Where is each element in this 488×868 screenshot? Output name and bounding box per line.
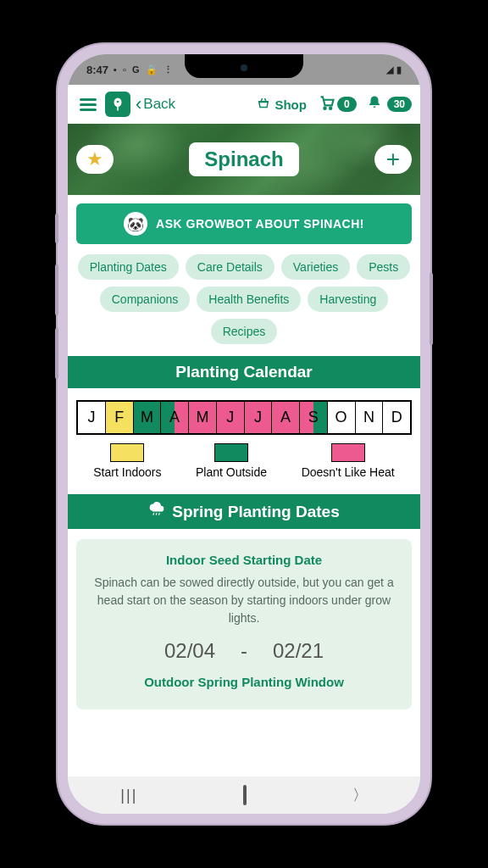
app-logo[interactable] [105, 92, 130, 117]
legend-swatch-pink [331, 443, 365, 462]
svg-point-3 [324, 107, 326, 109]
svg-point-1 [117, 101, 119, 103]
growbot-icon: 🐼 [124, 212, 147, 236]
app-header: ‹ Back Shop 0 30 [68, 85, 420, 124]
star-icon: ★ [86, 148, 103, 170]
month-sep: S [300, 402, 328, 433]
spring-info-card: Indoor Seed Starting Date Spinach can be… [76, 539, 412, 709]
plant-title: Spinach [189, 142, 298, 176]
menu-icon[interactable] [76, 95, 100, 114]
month-may: M [189, 402, 217, 433]
back-button[interactable]: ‹ Back [136, 93, 175, 115]
status-system-icons: ◢▮ [386, 64, 402, 75]
date-separator: - [241, 639, 247, 663]
legend-swatch-yellow [110, 443, 144, 462]
status-app-icons: ▪ ▫ G 🔒 ⋮ [114, 64, 175, 75]
svg-point-4 [330, 107, 332, 109]
system-nav-bar: ||| 〈 [68, 776, 420, 814]
chip-recipes[interactable]: Recipes [211, 319, 278, 344]
cart-count-badge: 0 [337, 97, 357, 112]
chip-varieties[interactable]: Varieties [281, 254, 350, 280]
planting-calendar-header: Planting Calendar [68, 356, 420, 388]
ask-growbot-button[interactable]: 🐼 ASK GROWBOT ABOUT SPINACH! [76, 203, 412, 244]
rain-icon [148, 501, 165, 522]
back-label: Back [143, 96, 175, 113]
bell-icon[interactable] [367, 95, 382, 114]
date-end: 02/21 [273, 639, 324, 663]
hero-banner: ★ Spinach + [68, 124, 420, 195]
content-scroll[interactable]: 🐼 ASK GROWBOT ABOUT SPINACH! Planting Da… [68, 195, 420, 776]
chevron-left-icon: ‹ [136, 93, 141, 115]
favorite-button[interactable]: ★ [76, 145, 114, 174]
chip-care-details[interactable]: Care Details [186, 254, 274, 280]
month-feb: F [106, 402, 134, 433]
month-dec: D [383, 402, 410, 433]
date-start: 02/04 [164, 639, 215, 663]
calendar-legend: Start Indoors Plant Outside Doesn't Like… [76, 443, 412, 479]
plus-icon: + [386, 146, 400, 173]
chip-harvesting[interactable]: Harvesting [308, 287, 388, 312]
legend-swatch-green [214, 443, 248, 462]
cart-icon [319, 94, 336, 114]
notif-count-badge: 30 [387, 97, 412, 112]
chip-health-benefits[interactable]: Health Benefits [197, 287, 301, 312]
chip-pests[interactable]: Pests [357, 254, 410, 280]
month-aug: A [272, 402, 300, 433]
indoor-date-range: 02/04 - 02/21 [88, 639, 400, 663]
topic-chips: Planting Dates Care Details Varieties Pe… [76, 254, 412, 344]
chip-planting-dates[interactable]: Planting Dates [78, 254, 179, 280]
device-notch [185, 54, 303, 78]
month-oct: O [328, 402, 356, 433]
nav-back-button[interactable]: 〈 [352, 785, 368, 805]
outdoor-window-title: Outdoor Spring Planting Window [88, 675, 400, 689]
shop-button[interactable]: Shop [256, 96, 307, 114]
calendar-months: J F M A M J J A S O N D [76, 400, 412, 435]
month-jul: J [245, 402, 273, 433]
month-jun: J [217, 402, 245, 433]
growbot-label: ASK GROWBOT ABOUT SPINACH! [156, 217, 364, 231]
chip-companions[interactable]: Companions [100, 287, 191, 312]
svg-rect-2 [258, 101, 269, 103]
cart-button[interactable]: 0 [319, 94, 357, 114]
nav-home-button[interactable] [243, 787, 247, 804]
nav-recents-button[interactable]: ||| [120, 787, 137, 804]
status-time: 8:47 [86, 64, 108, 76]
basket-icon [256, 96, 271, 114]
legend-start-indoors: Start Indoors [93, 443, 161, 479]
month-apr: A [161, 402, 189, 433]
add-button[interactable]: + [374, 145, 412, 174]
month-nov: N [356, 402, 384, 433]
spring-dates-header: Spring Planting Dates [68, 494, 420, 529]
indoor-seed-title: Indoor Seed Starting Date [88, 553, 400, 567]
legend-doesnt-like-heat: Doesn't Like Heat [302, 443, 395, 479]
month-mar: M [134, 402, 162, 433]
indoor-seed-text: Spinach can be sowed directly outside, b… [88, 574, 400, 627]
month-jan: J [78, 402, 106, 433]
shop-label: Shop [274, 97, 307, 112]
legend-plant-outside: Plant Outside [196, 443, 267, 479]
